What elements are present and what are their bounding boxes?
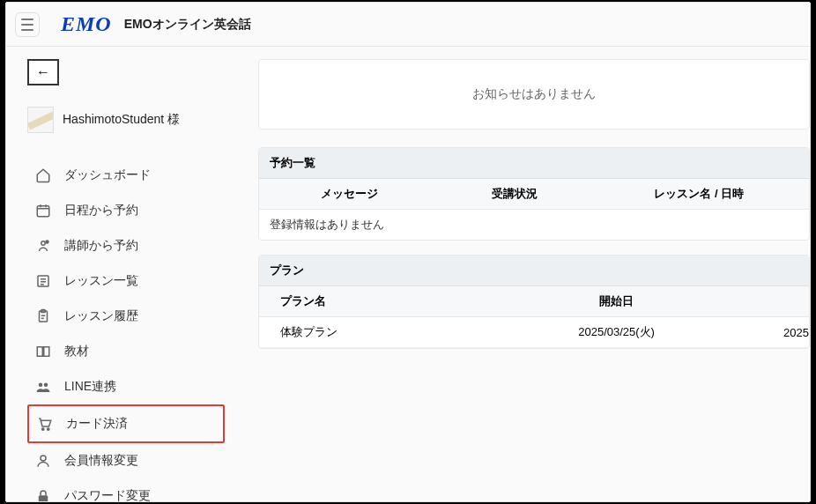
book-icon — [34, 343, 52, 360]
svg-point-8 — [42, 428, 44, 430]
notice-text: お知らせはありません — [472, 86, 596, 100]
people-icon — [34, 378, 52, 396]
cart-icon — [36, 415, 54, 433]
logo: EMO — [61, 12, 112, 36]
sidebar-item-label: レッスン履歴 — [64, 308, 138, 324]
sidebar-item-people[interactable]: LINE連携 — [27, 369, 225, 404]
table-row: 体験プラン2025/03/25(火)2025 — [259, 317, 809, 348]
sidebar-item-label: 教材 — [64, 344, 89, 359]
sidebar-item-book[interactable]: 教材 — [27, 334, 225, 369]
col-plan-name: プラン名 — [259, 286, 512, 317]
sidebar-item-label: 日程から予約 — [64, 203, 138, 219]
teacher-icon — [34, 237, 52, 255]
sidebar-item-home[interactable]: ダッシュボード — [27, 158, 225, 193]
notice-card: お知らせはありません — [258, 59, 810, 130]
col-start-date: 開始日 — [512, 286, 721, 317]
svg-point-2 — [46, 241, 48, 243]
sidebar-item-user[interactable]: 会員情報変更 — [27, 443, 225, 478]
home-icon — [34, 167, 52, 184]
main-content: お知らせはありません 予約一覧 メッセージ 受講状況 レッスン名 / 日時 登録… — [242, 47, 810, 501]
svg-rect-0 — [37, 206, 49, 217]
sidebar-item-label: レッスン一覧 — [64, 273, 138, 289]
nav-list: ダッシュボード日程から予約講師から予約レッスン一覧レッスン履歴教材LINE連携カ… — [27, 158, 225, 501]
reservations-title: 予約一覧 — [259, 148, 809, 179]
back-button[interactable]: ← — [27, 59, 59, 85]
sidebar-item-label: ダッシュボード — [64, 167, 151, 183]
svg-point-1 — [41, 241, 46, 246]
svg-point-6 — [39, 383, 43, 388]
header: EMO EMOオンライン英会話 — [6, 3, 810, 47]
lock-icon — [34, 487, 52, 501]
svg-point-10 — [41, 456, 46, 461]
plans-table: プラン名 開始日 体験プラン2025/03/25(火)2025 — [259, 286, 809, 348]
user-icon — [34, 452, 52, 470]
app-title: EMOオンライン英会話 — [124, 17, 251, 33]
col-message: メッセージ — [259, 179, 441, 210]
sidebar-item-clipboard[interactable]: レッスン履歴 — [27, 299, 225, 334]
sidebar-item-cart[interactable]: カード決済 — [27, 404, 225, 443]
calendar-icon — [34, 202, 52, 219]
plans-panel: プラン プラン名 開始日 体験プラン2025/03/25(火)2025 — [258, 255, 810, 349]
col-lesson: レッスン名 / 日時 — [589, 179, 809, 210]
clipboard-icon — [34, 308, 52, 325]
svg-rect-11 — [39, 495, 48, 501]
avatar — [27, 107, 54, 133]
svg-point-7 — [44, 383, 48, 388]
sidebar-item-label: パスワード変更 — [64, 488, 151, 501]
sidebar-item-label: カード決済 — [66, 416, 128, 432]
col-extra — [721, 286, 809, 317]
user-info: HashimotoStudent 様 — [27, 107, 225, 133]
plans-title: プラン — [259, 256, 809, 286]
sidebar-item-calendar[interactable]: 日程から予約 — [27, 193, 225, 228]
svg-point-9 — [48, 428, 49, 430]
menu-toggle-button[interactable] — [15, 12, 40, 37]
reservations-panel: 予約一覧 メッセージ 受講状況 レッスン名 / 日時 登録情報はありません — [258, 147, 810, 241]
sidebar-item-list[interactable]: レッスン一覧 — [27, 263, 225, 299]
reservations-empty: 登録情報はありません — [259, 210, 809, 240]
list-icon — [34, 272, 52, 290]
sidebar-item-label: LINE連携 — [64, 379, 116, 395]
sidebar-item-teacher[interactable]: 講師から予約 — [27, 228, 225, 263]
reservations-table: メッセージ 受講状況 レッスン名 / 日時 — [259, 179, 809, 210]
plan-extra-cell: 2025 — [721, 317, 809, 348]
sidebar-item-lock[interactable]: パスワード変更 — [27, 478, 225, 501]
username-label: HashimotoStudent 様 — [63, 112, 180, 128]
plan-name-cell: 体験プラン — [259, 317, 512, 348]
sidebar-item-label: 講師から予約 — [64, 238, 138, 254]
sidebar-item-label: 会員情報変更 — [64, 453, 138, 469]
col-status: 受講状況 — [441, 179, 589, 210]
sidebar: ← HashimotoStudent 様 ダッシュボード日程から予約講師から予約… — [6, 47, 242, 501]
plan-start-cell: 2025/03/25(火) — [512, 317, 721, 348]
